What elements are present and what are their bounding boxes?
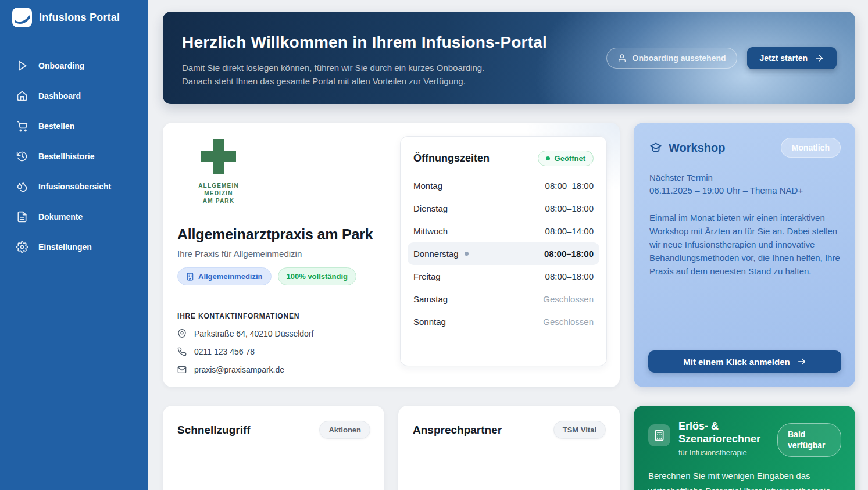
opening-hours-row: Sonntag Geschlossen bbox=[408, 310, 599, 333]
history-icon bbox=[16, 151, 28, 162]
opening-hours-row-today: Donnerstag 08:00–18:00 bbox=[408, 242, 599, 265]
sidebar-item-bestellhistorie[interactable]: Bestellhistorie bbox=[7, 144, 141, 169]
workshop-description: Einmal im Monat bieten wir einen interak… bbox=[649, 211, 840, 278]
email-value: praxis@praxisampark.de bbox=[194, 365, 284, 374]
contact-phone-row: 0211 123 456 78 bbox=[177, 347, 395, 356]
opening-hours-title: Öffnungszeiten bbox=[413, 152, 490, 164]
day-label: Mittwoch bbox=[413, 226, 448, 236]
calculator-description: Berechnen Sie mit wenigen Eingaben das w… bbox=[648, 468, 841, 490]
quick-access-card: Schnellzugriff Aktionen bbox=[163, 406, 384, 490]
workshop-signup-button[interactable]: Mit einem Klick anmelden bbox=[648, 350, 841, 373]
sidebar-item-label: Dashboard bbox=[38, 91, 81, 101]
time-value: Geschlossen bbox=[543, 294, 594, 304]
sidebar-item-infusionsuebersicht[interactable]: Infusionsübersicht bbox=[7, 174, 141, 199]
calculator-title-line1: Erlös- & bbox=[678, 420, 777, 432]
main-content: Herzlich Willkommen in Ihrem Infusions-P… bbox=[148, 0, 868, 490]
droplets-icon bbox=[16, 181, 28, 192]
cart-icon bbox=[16, 120, 28, 132]
sidebar-item-label: Onboarding bbox=[38, 61, 84, 70]
time-value: Geschlossen bbox=[543, 317, 594, 327]
map-pin-icon bbox=[177, 329, 187, 338]
time-value: 08:00–18:00 bbox=[544, 249, 594, 259]
gear-icon bbox=[16, 241, 28, 253]
practice-name: Allgemeinarztpraxis am Park bbox=[177, 226, 395, 243]
day-label: Freitag bbox=[413, 271, 441, 281]
open-status-label: Geöffnet bbox=[555, 154, 585, 163]
arrow-right-icon bbox=[815, 53, 824, 63]
revenue-calculator-card: Erlös- & Szenariorechner für Infusionsth… bbox=[634, 406, 855, 490]
completeness-badge-label: 100% vollständig bbox=[287, 272, 348, 281]
opening-hours-row: Dienstag 08:00–18:00 bbox=[408, 197, 599, 220]
contact-persons-card: Ansprechpartner TSM Vital bbox=[398, 406, 620, 490]
time-value: 08:00–18:00 bbox=[545, 181, 594, 191]
open-dot-icon bbox=[546, 156, 550, 160]
play-icon bbox=[16, 60, 28, 71]
workshop-signup-label: Mit einem Klick anmelden bbox=[683, 357, 790, 367]
contact-persons-badge: TSM Vital bbox=[553, 421, 606, 439]
welcome-banner: Herzlich Willkommen in Ihrem Infusions-P… bbox=[163, 12, 855, 104]
opening-hours-row: Freitag 08:00–18:00 bbox=[408, 265, 599, 288]
onboarding-status-badge: Onboarding ausstehend bbox=[606, 48, 737, 69]
sidebar: Infusions Portal Onboarding Dashboard Be… bbox=[0, 0, 148, 490]
contact-heading: IHRE KONTAKTINFORMATIONEN bbox=[177, 312, 395, 320]
practice-subtitle: Ihre Praxis für Allgemeinmedizin bbox=[177, 249, 395, 259]
jetzt-starten-button[interactable]: Jetzt starten bbox=[747, 47, 837, 69]
sidebar-item-dashboard[interactable]: Dashboard bbox=[7, 83, 141, 109]
contact-address-row: Parkstraße 64, 40210 Düsseldorf bbox=[177, 329, 395, 338]
building-icon bbox=[186, 273, 194, 281]
open-status-badge: Geöffnet bbox=[538, 151, 594, 166]
today-dot-icon bbox=[465, 252, 469, 256]
graduation-cap-icon bbox=[649, 141, 662, 154]
address-value: Parkstraße 64, 40210 Düsseldorf bbox=[194, 329, 313, 338]
sidebar-item-label: Infusionsübersicht bbox=[38, 182, 111, 191]
clinic-logo-line: ALLGEMEIN bbox=[180, 182, 257, 189]
sidebar-item-label: Bestellen bbox=[38, 121, 74, 131]
onboarding-status-label: Onboarding ausstehend bbox=[633, 53, 726, 63]
time-value: 08:00–18:00 bbox=[545, 271, 594, 281]
workshop-next-value: 06.11.2025 – 19:00 Uhr – Thema NAD+ bbox=[649, 184, 841, 197]
sidebar-item-dokumente[interactable]: Dokumente bbox=[7, 204, 141, 230]
workshop-title: Workshop bbox=[669, 141, 725, 155]
clinic-logo-line: AM PARK bbox=[180, 197, 257, 205]
sidebar-item-label: Bestellhistorie bbox=[38, 152, 94, 161]
contact-email-row: praxis@praxisampark.de bbox=[177, 365, 395, 374]
contact-persons-title: Ansprechpartner bbox=[413, 424, 502, 437]
practice-card: ALLGEMEIN MEDIZIN AM PARK Allgemeinarztp… bbox=[163, 123, 620, 387]
coming-soon-badge: Bald verfügbar bbox=[777, 423, 841, 457]
sidebar-item-bestellen[interactable]: Bestellen bbox=[7, 113, 141, 139]
workshop-next-label: Nächster Termin bbox=[649, 171, 841, 184]
specialty-badge-label: Allgemeinmedizin bbox=[198, 272, 263, 281]
quick-access-title: Schnellzugriff bbox=[177, 424, 251, 437]
clinic-logo-line: MEDIZIN bbox=[180, 189, 257, 197]
mail-icon bbox=[177, 365, 187, 374]
time-value: 08:00–18:00 bbox=[545, 203, 594, 213]
time-value: 08:00–14:00 bbox=[545, 226, 594, 236]
sidebar-item-onboarding[interactable]: Onboarding bbox=[7, 53, 141, 78]
specialty-badge: Allgemeinmedizin bbox=[177, 267, 272, 285]
home-icon bbox=[16, 90, 28, 102]
opening-hours-row: Montag 08:00–18:00 bbox=[408, 174, 599, 197]
opening-hours-row: Mittwoch 08:00–14:00 bbox=[408, 220, 599, 242]
day-label: Samstag bbox=[413, 294, 448, 304]
phone-icon bbox=[177, 347, 187, 356]
calculator-title-line2: Szenariorechner bbox=[678, 432, 777, 445]
opening-hours-card: Öffnungszeiten Geöffnet Montag 08:00–18:… bbox=[400, 136, 607, 366]
workshop-card: Workshop Monatlich Nächster Termin 06.11… bbox=[634, 123, 855, 387]
sidebar-item-label: Einstellungen bbox=[38, 242, 92, 252]
calculator-icon-box bbox=[648, 424, 670, 446]
day-label: Montag bbox=[413, 181, 442, 191]
phone-value: 0211 123 456 78 bbox=[194, 347, 255, 356]
calculator-subtitle: für Infusionstherapie bbox=[678, 448, 777, 457]
sidebar-item-label: Dokumente bbox=[38, 212, 83, 221]
day-label: Donnerstag bbox=[413, 249, 459, 259]
sidebar-nav: Onboarding Dashboard Bestellen Bestellhi… bbox=[0, 53, 148, 260]
app-logo-icon bbox=[12, 8, 32, 27]
calculator-icon bbox=[653, 430, 665, 441]
jetzt-starten-label: Jetzt starten bbox=[760, 53, 808, 63]
sidebar-item-einstellungen[interactable]: Einstellungen bbox=[7, 234, 141, 260]
user-icon bbox=[617, 53, 627, 63]
clinic-logo: ALLGEMEIN MEDIZIN AM PARK bbox=[180, 139, 257, 205]
quick-access-badge: Aktionen bbox=[319, 421, 370, 439]
workshop-frequency-badge: Monatlich bbox=[781, 138, 841, 158]
opening-hours-row: Samstag Geschlossen bbox=[408, 288, 599, 310]
